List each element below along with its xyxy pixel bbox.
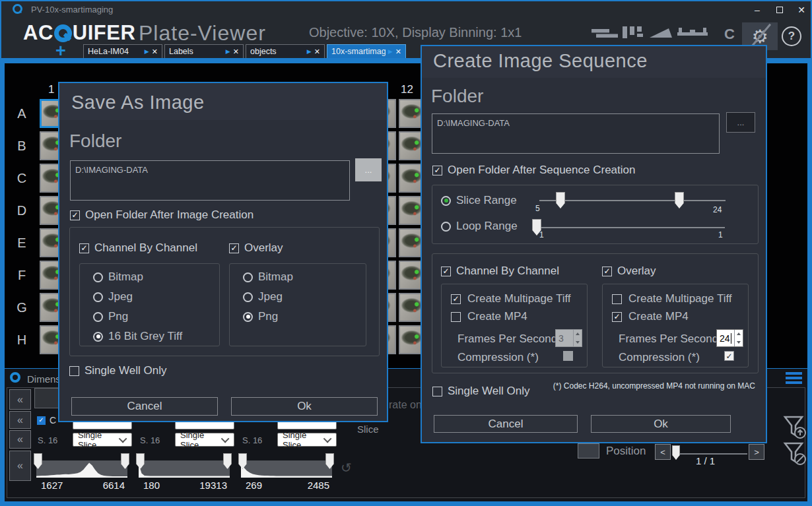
sequence-browse-button[interactable]: ... (726, 112, 755, 133)
save-cbc-format-bitmap-row: Bitmap (93, 270, 143, 284)
slice-range-radio[interactable] (441, 196, 451, 206)
channel-enable-checkbox[interactable] (37, 416, 46, 425)
filter-block-icon[interactable] (783, 441, 807, 470)
cbc-tiff-row: Create Multipage Tiff (451, 292, 571, 305)
collapse-button-3[interactable]: « (9, 430, 31, 449)
save-overlay-format-radio[interactable] (243, 292, 253, 302)
stage-icon[interactable] (677, 28, 708, 41)
sequence-single-well-checkbox[interactable] (432, 387, 442, 396)
ovl-compression-checkbox[interactable] (724, 351, 734, 361)
sequence-folder-field[interactable]: D:\IMAGING-DATA (432, 113, 720, 154)
cbc-fps-arrows (573, 330, 582, 346)
save-folder-field[interactable]: D:\IMAGING-DATA (70, 160, 350, 201)
cbc-tiff-checkbox[interactable] (451, 294, 461, 304)
collapse-button-2[interactable]: « (9, 411, 31, 429)
tab-close-icon[interactable]: ✕ (233, 47, 239, 56)
slice-range-track[interactable] (539, 200, 726, 201)
position-value: 1 / 1 (696, 455, 715, 466)
save-cbc-format-radio[interactable] (93, 272, 103, 282)
menu-icon[interactable] (786, 372, 802, 384)
refresh-icon[interactable]: C (724, 26, 735, 43)
reset-histogram-icon[interactable]: ↺ (341, 460, 352, 476)
collapse-button-4[interactable]: « (9, 451, 31, 481)
cbc-mp4-checkbox[interactable] (451, 312, 461, 322)
tab-close-icon[interactable]: ✕ (152, 47, 158, 56)
channel-3-level-max: 2485 (287, 480, 329, 491)
export-image-icon[interactable] (592, 28, 618, 41)
channel-3-histogram[interactable] (241, 460, 332, 478)
channel-1-mode-dropdown[interactable]: Single Slice (73, 433, 132, 447)
save-overlay-checkbox[interactable] (229, 243, 239, 253)
ovl-tiff-row: Create Multipage Tiff (612, 292, 732, 305)
sequence-single-well-label: Single Well Only (448, 385, 529, 398)
save-cbc-format-radio[interactable] (93, 292, 103, 302)
ovl-fps-arrows[interactable] (734, 330, 743, 346)
save-ok-button[interactable]: Ok (231, 397, 378, 416)
tab-HeLa-IM04[interactable]: HeLa-IM04▶✕ (83, 44, 162, 59)
tab-objects[interactable]: objects▶✕ (246, 44, 325, 59)
filter-up-icon[interactable] (783, 415, 807, 444)
loop-range-radio[interactable] (441, 222, 451, 232)
save-open-after-label: Open Folder After Image Creation (85, 208, 254, 222)
save-cbc-label: Channel By Channel (94, 241, 197, 255)
sequence-overlay-row: Overlay (602, 265, 656, 278)
save-cbc-format-radio[interactable] (93, 312, 103, 322)
collapse-button-1[interactable]: « (9, 389, 31, 410)
tab-Labels[interactable]: Labels▶✕ (164, 44, 244, 59)
save-overlay-row: Overlay (229, 241, 283, 255)
row-label-E: E (15, 236, 29, 251)
minimize-button[interactable]: – (750, 4, 764, 16)
sequence-ok-button[interactable]: Ok (591, 415, 731, 433)
sequence-open-after-checkbox[interactable] (432, 166, 442, 175)
tab-10x-smartimaging[interactable]: 10x-smartimaging▶✕ (327, 44, 406, 59)
save-overlay-format-radio[interactable] (243, 272, 253, 282)
sequence-cancel-button[interactable]: Cancel (434, 415, 578, 433)
save-open-after-checkbox[interactable] (70, 210, 80, 220)
save-cancel-button[interactable]: Cancel (71, 397, 218, 416)
row-label-G: G (15, 300, 29, 315)
close-button[interactable]: ✕ (794, 4, 809, 16)
tab-label: 10x-smartimaging (331, 47, 386, 56)
save-cbc-format-radio[interactable] (93, 332, 103, 342)
ovl-fps-spinner[interactable]: 24 (716, 329, 743, 347)
position-next-button[interactable]: > (749, 444, 764, 460)
brand-text-uifer: UIFER (73, 21, 136, 45)
channel-3-mode-dropdown[interactable]: Single Slice (277, 433, 337, 447)
save-browse-button[interactable]: ... (355, 158, 382, 181)
row-label-D: D (15, 203, 29, 218)
channel-1-histogram[interactable] (36, 460, 127, 478)
slice-range-max: 24 (713, 205, 722, 214)
ramp-icon[interactable] (650, 27, 673, 42)
save-overlay-format-radio[interactable] (243, 312, 253, 322)
tab-arrow-icon[interactable]: ▶ (388, 48, 393, 55)
position-slider-track[interactable] (673, 453, 747, 455)
channel-enable-label: C (50, 415, 56, 426)
tab-close-icon[interactable]: ✕ (395, 47, 401, 56)
sequence-folder-label: Folder (431, 86, 483, 107)
save-cbc-checkbox[interactable] (79, 243, 89, 253)
help-button[interactable]: ? (782, 26, 801, 46)
loop-range-track[interactable] (537, 227, 725, 228)
channel-2-histogram[interactable] (139, 460, 230, 478)
ovl-mp4-checkbox[interactable] (612, 312, 622, 322)
cbc-fps-label: Frames Per Second (457, 332, 557, 346)
sequence-overlay-checkbox[interactable] (602, 267, 612, 276)
position-prev-button[interactable]: < (655, 444, 671, 460)
channel-2-mode-dropdown[interactable]: Single Slice (175, 433, 234, 447)
tab-arrow-icon[interactable]: ▶ (145, 48, 149, 55)
plate-columns-icon[interactable] (621, 25, 645, 42)
codec-note: (*) Codec H264, uncompressed MP4 not run… (541, 381, 755, 391)
slice-label: Slice (357, 424, 379, 435)
sequence-cbc-checkbox[interactable] (441, 267, 451, 276)
save-single-well-checkbox[interactable] (69, 366, 79, 376)
ovl-tiff-checkbox[interactable] (612, 294, 622, 304)
ovl-fps-value: 24 (717, 330, 734, 346)
ovl-mp4-row: Create MP4 (612, 310, 689, 323)
cbc-fps-spinner: 3 (555, 329, 582, 347)
maximize-button[interactable] (772, 4, 787, 16)
tab-arrow-icon[interactable]: ▶ (307, 48, 312, 55)
tab-close-icon[interactable]: ✕ (314, 47, 320, 56)
tab-arrow-icon[interactable]: ▶ (226, 48, 230, 55)
tab-label: objects (250, 47, 304, 56)
column-header-1: 1 (48, 83, 54, 96)
